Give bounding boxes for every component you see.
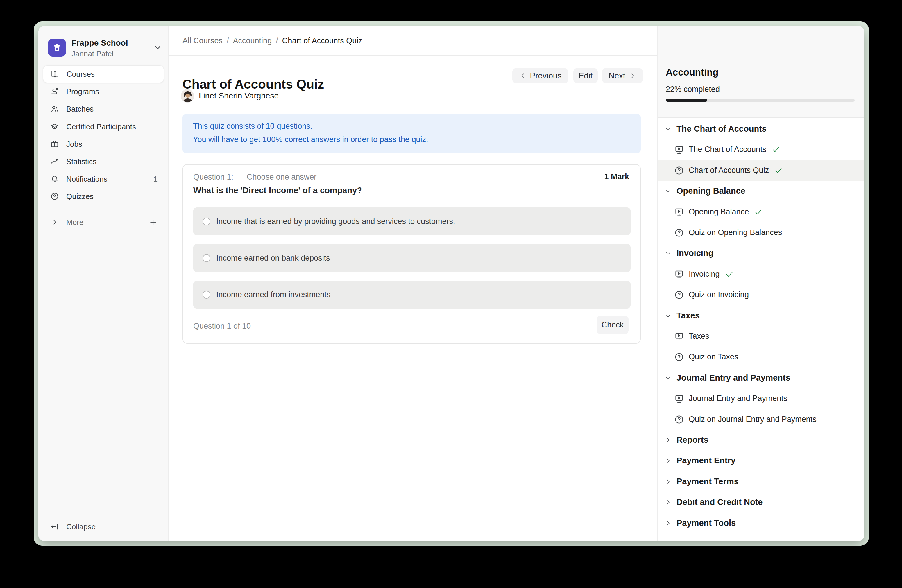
- previous-button[interactable]: Previous: [512, 68, 568, 83]
- sidebar-item-programs[interactable]: Programs: [43, 83, 164, 100]
- outline-section-taxes[interactable]: Taxes: [658, 305, 864, 326]
- outline-item-label: Quiz on Invoicing: [689, 290, 749, 299]
- outline-section-payment-terms[interactable]: Payment Terms: [658, 471, 864, 492]
- answer-option[interactable]: Income earned from investments: [193, 281, 631, 308]
- chevron-right-icon[interactable]: [664, 457, 672, 464]
- radio-button[interactable]: [202, 217, 210, 225]
- chevron-right-icon[interactable]: [664, 478, 672, 485]
- outline-item-opening-balance[interactable]: Opening Balance: [658, 202, 864, 222]
- outline-item-invoicing[interactable]: Invoicing: [658, 264, 864, 285]
- breadcrumb-accounting[interactable]: Accounting: [233, 36, 272, 45]
- help-circle-icon: [674, 414, 684, 424]
- question-progress: Question 1 of 10: [193, 322, 251, 331]
- author-name: Linet Sherin Varghese: [199, 91, 279, 100]
- author-row: Linet Sherin Varghese: [181, 89, 279, 103]
- outline-section-payment-tools[interactable]: Payment Tools: [658, 513, 864, 533]
- question-instruction: Choose one answer: [247, 172, 316, 181]
- outline-section-label: Payment Tools: [676, 518, 736, 528]
- outline-section-the-chart-of-accounts[interactable]: The Chart of Accounts: [658, 119, 864, 139]
- briefcase-icon: [50, 139, 59, 149]
- radio-button[interactable]: [202, 291, 210, 299]
- outline-section-journal-entry-and-payments[interactable]: Journal Entry and Payments: [658, 368, 864, 388]
- sidebar-item-batches[interactable]: Batches: [43, 100, 164, 118]
- answer-option[interactable]: Income earned on bank deposits: [193, 244, 631, 272]
- plus-icon[interactable]: [149, 218, 158, 227]
- course-outline-panel: Accounting 22% completed The Chart of Ac…: [657, 26, 864, 541]
- chevron-down-icon[interactable]: [664, 188, 672, 195]
- chevron-right-icon[interactable]: [664, 499, 672, 506]
- app-window: Frappe School Jannat Patel CoursesProgra…: [38, 26, 864, 541]
- answer-option-label: Income earned from investments: [216, 290, 330, 299]
- help-circle-icon: [674, 228, 684, 238]
- completed-check-icon: [772, 145, 780, 154]
- outline-item-label: Opening Balance: [689, 207, 749, 216]
- outline-item-journal-entry-and-payments[interactable]: Journal Entry and Payments: [658, 388, 864, 409]
- monitor-play-icon: [674, 394, 684, 403]
- monitor-play-icon: [674, 207, 684, 217]
- question-card: Question 1: Choose one answer 1 Mark Wha…: [183, 164, 641, 344]
- quiz-info-line: This quiz consists of 10 questions.: [193, 121, 630, 131]
- outline-item-label: Invoicing: [689, 270, 720, 278]
- outline-item-taxes[interactable]: Taxes: [658, 326, 864, 347]
- sidebar-item-label: Courses: [67, 70, 95, 79]
- sidebar-item-statistics[interactable]: Statistics: [43, 153, 164, 170]
- outline-section-label: Reports: [676, 435, 708, 445]
- frappe-school-logo-icon: [48, 39, 66, 57]
- graduation-cap-icon: [50, 122, 59, 131]
- check-button[interactable]: Check: [597, 316, 628, 334]
- radio-button[interactable]: [202, 254, 210, 262]
- outline-section-invoicing[interactable]: Invoicing: [658, 243, 864, 263]
- help-circle-icon: [674, 166, 684, 175]
- outline-item-the-chart-of-accounts[interactable]: The Chart of Accounts: [658, 139, 864, 160]
- sidebar-collapse-button[interactable]: Collapse: [43, 518, 164, 535]
- chevron-right-icon[interactable]: [664, 436, 672, 444]
- sidebar-item-courses[interactable]: Courses: [43, 66, 164, 83]
- outline-section-debit-and-credit-note[interactable]: Debit and Credit Note: [658, 492, 864, 513]
- outline-item-label: Quiz on Taxes: [689, 352, 738, 361]
- breadcrumb-current: Chart of Accounts Quiz: [282, 36, 362, 45]
- answer-option-label: Income earned on bank deposits: [216, 253, 330, 263]
- route-icon: [50, 87, 59, 96]
- breadcrumb-separator: /: [276, 36, 278, 45]
- sidebar-item-certified-participants[interactable]: Certified Participants: [43, 118, 164, 135]
- screenshot-stage: Frappe School Jannat Patel CoursesProgra…: [0, 0, 902, 588]
- sidebar-item-notifications[interactable]: Notifications1: [43, 170, 164, 188]
- outline-item-quiz-on-journal-entry-and-payments[interactable]: Quiz on Journal Entry and Payments: [658, 409, 864, 430]
- sidebar-item-label: Batches: [66, 105, 94, 114]
- outline-section-reports[interactable]: Reports: [658, 430, 864, 450]
- outline-item-quiz-on-taxes[interactable]: Quiz on Taxes: [658, 347, 864, 367]
- help-circle-icon: [50, 192, 59, 201]
- outline-section-label: Journal Entry and Payments: [676, 373, 791, 383]
- outline-section-payment-entry[interactable]: Payment Entry: [658, 450, 864, 471]
- chevron-right-icon[interactable]: [664, 519, 672, 527]
- sidebar-item-label: Notifications: [66, 175, 108, 184]
- course-progress-bar: [666, 99, 855, 102]
- next-button[interactable]: Next: [602, 68, 643, 83]
- monitor-play-icon: [674, 269, 684, 279]
- outline-item-quiz-on-invoicing[interactable]: Quiz on Invoicing: [658, 285, 864, 305]
- sidebar-item-jobs[interactable]: Jobs: [43, 135, 164, 153]
- chevron-down-icon[interactable]: [664, 125, 672, 133]
- chevron-down-icon[interactable]: [664, 312, 672, 319]
- outline-section-opening-balance[interactable]: Opening Balance: [658, 181, 864, 201]
- question-meta: Question 1: Choose one answer: [193, 172, 316, 181]
- edit-button[interactable]: Edit: [573, 68, 598, 83]
- workspace-chevron-down-icon[interactable]: [153, 43, 162, 53]
- sidebar-item-more[interactable]: More: [43, 214, 164, 231]
- chevron-down-icon[interactable]: [664, 374, 672, 382]
- check-label: Check: [601, 321, 624, 329]
- outline-item-label: Journal Entry and Payments: [689, 394, 787, 403]
- answer-option[interactable]: Income that is earned by providing goods…: [193, 207, 631, 235]
- help-circle-icon: [674, 352, 684, 362]
- breadcrumb-all-courses[interactable]: All Courses: [183, 36, 222, 45]
- outline-section-label: Payment Entry: [676, 456, 736, 465]
- sidebar-item-quizzes[interactable]: Quizzes: [43, 188, 164, 205]
- chevron-down-icon[interactable]: [664, 250, 672, 257]
- help-circle-icon: [674, 290, 684, 300]
- edit-label: Edit: [579, 71, 592, 80]
- course-title: Accounting: [666, 67, 718, 78]
- monitor-play-icon: [674, 145, 684, 155]
- sidebar-item-label: Certified Participants: [66, 122, 136, 131]
- outline-item-chart-of-accounts-quiz[interactable]: Chart of Accounts Quiz: [658, 160, 864, 181]
- outline-item-quiz-on-opening-balances[interactable]: Quiz on Opening Balances: [658, 222, 864, 243]
